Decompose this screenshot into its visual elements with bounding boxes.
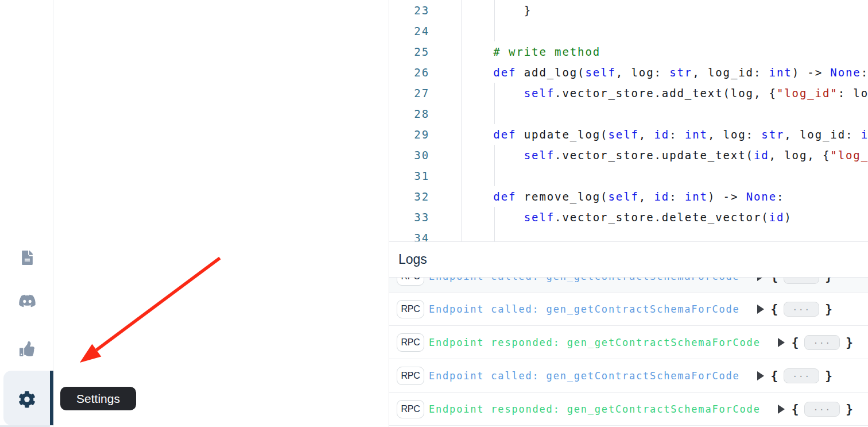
ellipsis-button[interactable]: ... bbox=[784, 368, 819, 383]
code-line: 27 self.vector_store.add_text(log, {"log… bbox=[389, 83, 868, 103]
left-sidebar-rail bbox=[0, 0, 53, 427]
thumbs-up-icon bbox=[20, 341, 34, 356]
expand-triangle-icon[interactable] bbox=[778, 405, 785, 414]
log-message: Endpoint called: gen_getContractSchemaFo… bbox=[429, 278, 740, 282]
log-expander[interactable]: {...} bbox=[757, 302, 832, 317]
log-row[interactable]: RPCEndpoint responded: gen_getContractSc… bbox=[389, 326, 868, 359]
line-number: 26 bbox=[389, 62, 462, 83]
brace-open: { bbox=[771, 369, 778, 383]
logs-rows: RPCEndpoint called: gen_getContractSchem… bbox=[389, 278, 868, 426]
code-line: 24 bbox=[389, 21, 868, 41]
brace-open: { bbox=[792, 402, 799, 416]
file-text-icon bbox=[20, 251, 34, 265]
code-line: 29 def update_log(self, id: int, log: st… bbox=[389, 124, 868, 145]
log-message: Endpoint responded: gen_getContractSchem… bbox=[429, 337, 761, 348]
rpc-badge: RPC bbox=[397, 333, 424, 352]
log-row[interactable]: RPCEndpoint called: gen_getContractSchem… bbox=[389, 359, 868, 393]
log-row[interactable]: RPCEndpoint responded: gen_getContractSc… bbox=[389, 393, 868, 426]
code-text: self.vector_store.update_text(id, log, {… bbox=[462, 145, 868, 166]
log-expander[interactable]: {...} bbox=[778, 402, 853, 417]
code-line: 31 bbox=[389, 166, 868, 186]
log-row[interactable]: RPCEndpoint called: gen_getContractSchem… bbox=[389, 293, 868, 326]
rpc-badge: RPC bbox=[397, 367, 424, 385]
code-text bbox=[462, 21, 463, 41]
code-text: def remove_log(self, id: int) -> None: bbox=[462, 186, 784, 207]
settings-tooltip-label: Settings bbox=[76, 392, 120, 406]
logs-header: Logs bbox=[389, 242, 868, 278]
code-text: } bbox=[462, 0, 532, 21]
line-number: 24 bbox=[389, 21, 462, 41]
rpc-badge: RPC bbox=[397, 278, 424, 286]
sidebar-item-settings[interactable] bbox=[16, 388, 38, 411]
log-expander[interactable]: {...} bbox=[757, 368, 832, 383]
line-number: 28 bbox=[389, 103, 462, 124]
brace-close: } bbox=[846, 336, 853, 349]
rpc-badge: RPC bbox=[397, 400, 424, 418]
log-expander[interactable]: {...} bbox=[778, 335, 853, 350]
code-line: 34 bbox=[389, 228, 868, 241]
rpc-badge: RPC bbox=[397, 300, 424, 318]
logs-title: Logs bbox=[398, 252, 427, 267]
code-text: self.vector_store.add_text(log, {"log_id… bbox=[462, 83, 868, 103]
line-number: 34 bbox=[389, 228, 462, 241]
code-line: 30 self.vector_store.update_text(id, log… bbox=[389, 145, 868, 166]
code-text: self.vector_store.delete_vector(id) bbox=[462, 207, 792, 228]
brace-open: { bbox=[771, 278, 778, 283]
logs-panel: Logs RPCEndpoint called: gen_getContract… bbox=[389, 241, 868, 427]
sidebar-item-docs[interactable] bbox=[16, 246, 38, 269]
code-line: 26 def add_log(self, log: str, log_id: i… bbox=[389, 62, 868, 83]
log-expander[interactable]: {...} bbox=[757, 278, 832, 284]
brace-close: } bbox=[825, 278, 832, 283]
brace-open: { bbox=[792, 336, 799, 349]
app-window: Settings 23 }2425 # write method26 def a… bbox=[0, 0, 868, 427]
line-number: 25 bbox=[389, 41, 462, 62]
code-text bbox=[462, 166, 463, 186]
ellipsis-button[interactable]: ... bbox=[784, 302, 819, 317]
active-item-indicator bbox=[50, 371, 53, 425]
code-text bbox=[462, 103, 463, 124]
code-line: 32 def remove_log(self, id: int) -> None… bbox=[389, 186, 868, 207]
line-number: 23 bbox=[389, 0, 462, 21]
log-message: Endpoint called: gen_getContractSchemaFo… bbox=[429, 370, 740, 382]
sidebar-item-discord[interactable] bbox=[16, 289, 38, 312]
expand-triangle-icon[interactable] bbox=[757, 371, 764, 380]
line-number: 27 bbox=[389, 83, 462, 103]
code-line: 28 bbox=[389, 103, 868, 124]
discord-icon bbox=[18, 294, 36, 308]
code-text: def add_log(self, log: str, log_id: int)… bbox=[462, 62, 868, 83]
sidebar-item-feedback[interactable] bbox=[16, 337, 38, 360]
log-message: Endpoint responded: gen_getContractSchem… bbox=[429, 403, 761, 415]
line-number: 30 bbox=[389, 145, 462, 166]
brace-close: } bbox=[825, 369, 832, 383]
brace-close: } bbox=[825, 302, 832, 316]
ellipsis-button[interactable]: ... bbox=[804, 335, 840, 350]
settings-tooltip: Settings bbox=[60, 387, 136, 410]
code-text: def update_log(self, id: int, log: str, … bbox=[462, 124, 868, 145]
ellipsis-button[interactable]: ... bbox=[804, 402, 840, 417]
log-row[interactable]: RPCEndpoint called: gen_getContractSchem… bbox=[389, 278, 868, 293]
ellipsis-button[interactable]: ... bbox=[784, 278, 819, 284]
code-line: 25 # write method bbox=[389, 41, 868, 62]
code-panel[interactable]: 23 }2425 # write method26 def add_log(se… bbox=[389, 0, 868, 241]
log-message: Endpoint called: gen_getContractSchemaFo… bbox=[429, 303, 740, 315]
code-text: # write method bbox=[462, 41, 600, 62]
code-text bbox=[462, 228, 463, 241]
brace-close: } bbox=[846, 402, 853, 416]
expand-triangle-icon[interactable] bbox=[757, 305, 764, 314]
line-number: 32 bbox=[389, 186, 462, 207]
line-number: 31 bbox=[389, 166, 462, 186]
code-line: 33 self.vector_store.delete_vector(id) bbox=[389, 207, 868, 228]
line-number: 29 bbox=[389, 124, 462, 145]
brace-open: { bbox=[771, 302, 778, 316]
expand-triangle-icon[interactable] bbox=[757, 278, 764, 281]
gear-icon bbox=[18, 391, 36, 408]
line-number: 33 bbox=[389, 207, 462, 228]
code-line: 23 } bbox=[389, 0, 868, 21]
expand-triangle-icon[interactable] bbox=[778, 338, 785, 347]
